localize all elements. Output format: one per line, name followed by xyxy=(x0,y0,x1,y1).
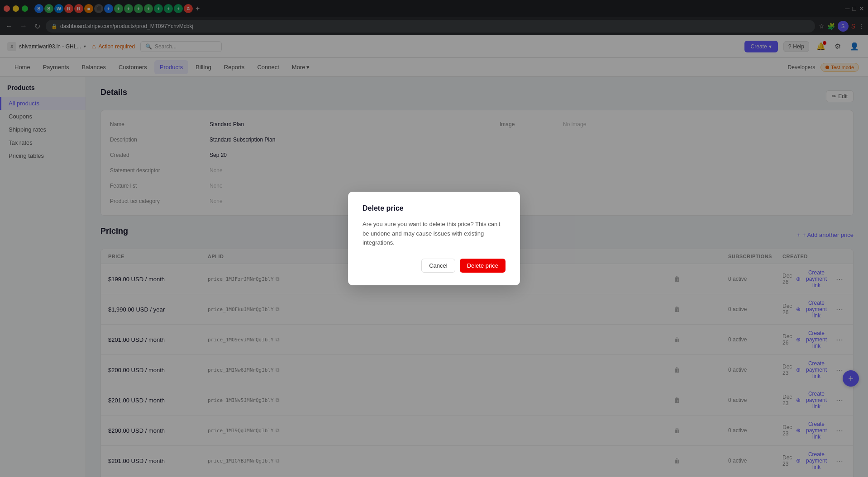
modal-body: Are you sure you want to delete this pri… xyxy=(362,220,506,248)
modal-title: Delete price xyxy=(362,204,506,213)
cancel-btn[interactable]: Cancel xyxy=(421,259,455,273)
delete-price-btn[interactable]: Delete price xyxy=(460,259,506,273)
delete-price-modal: Delete price Are you sure you want to de… xyxy=(348,192,520,285)
modal-footer: Cancel Delete price xyxy=(362,259,506,273)
modal-overlay: Delete price Are you sure you want to de… xyxy=(0,0,868,477)
